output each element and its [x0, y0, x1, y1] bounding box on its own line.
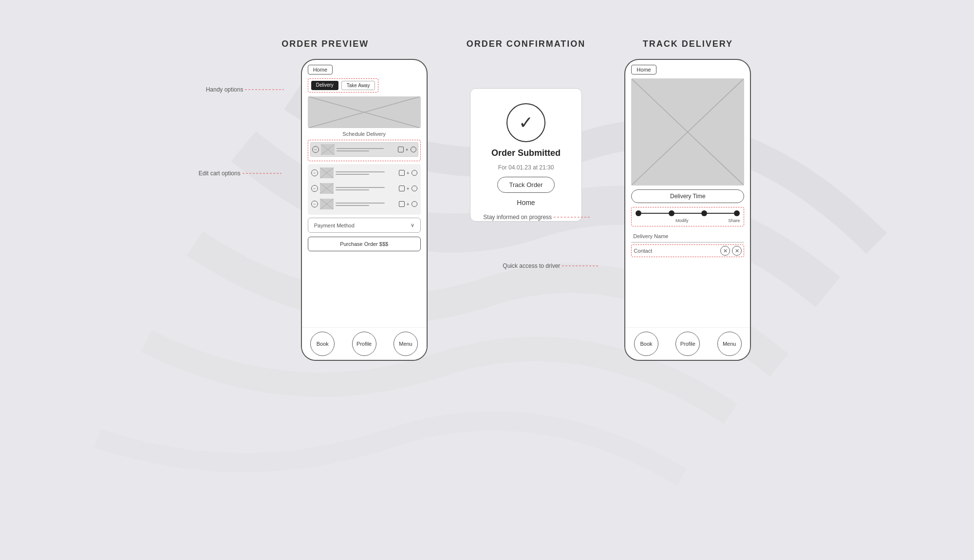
order-confirmation-title: ORDER CONFIRMATION: [467, 39, 586, 49]
confirmation-home-link[interactable]: Home: [517, 199, 535, 206]
cart-item-4[interactable]: −: [310, 197, 419, 211]
track-delivery-phone: Home Delivery Time: [624, 59, 751, 361]
takeaway-tab[interactable]: Take Away: [341, 81, 375, 90]
contact-call-icon[interactable]: ✕: [720, 246, 730, 256]
cart-item-1[interactable]: −: [310, 142, 418, 157]
track-home-btn[interactable]: Home: [631, 65, 656, 75]
edit-cart-annotation: Edit cart options: [199, 170, 286, 177]
confirmation-checkmark: ✓: [506, 103, 545, 142]
order-preview-phone: Home Delivery Take Away Schedu: [301, 59, 428, 361]
cart-more-items: −: [308, 164, 421, 215]
cart-line-1b: [337, 150, 369, 151]
handy-options-annotation: Handy options: [206, 86, 289, 93]
track-order-btn[interactable]: Track Order: [497, 177, 555, 193]
contact-field-wrapper: Contact ✕ ✕: [631, 244, 744, 257]
delivery-time-btn[interactable]: Delivery Time: [631, 189, 744, 203]
purchase-order-btn[interactable]: Purchase Order $$$: [308, 237, 421, 251]
cart-controls-1: +: [398, 147, 416, 152]
track-profile-btn[interactable]: Profile: [675, 332, 700, 356]
track-book-btn[interactable]: Book: [634, 332, 658, 356]
progress-line-1: [641, 213, 668, 214]
order-preview-title: ORDER PREVIEW: [281, 39, 369, 49]
order-submitted-text: Order Submitted: [491, 148, 561, 158]
contact-icons: ✕ ✕: [720, 246, 742, 256]
contact-message-icon[interactable]: ✕: [732, 246, 742, 256]
progress-line-2: [674, 213, 701, 214]
track-menu-btn[interactable]: Menu: [717, 332, 742, 356]
cart-img-1: [321, 144, 335, 155]
confirmation-card: ✓ Order Submitted For 04.01.23 at 21:30 …: [470, 88, 582, 222]
cart-circle-1: [411, 147, 416, 152]
delivery-tab[interactable]: Delivery: [311, 81, 338, 90]
order-confirmation-section: ORDER CONFIRMATION ✓ Order Submitted For…: [467, 39, 586, 222]
payment-method-dropdown[interactable]: Payment Method ∨: [308, 218, 421, 233]
schedule-delivery-label: Schedule Delivery: [308, 131, 421, 137]
cart-minus-2[interactable]: −: [311, 169, 318, 176]
cart-minus-1[interactable]: −: [312, 146, 319, 153]
cart-section: −: [308, 140, 421, 161]
order-preview-section: ORDER PREVIEW Handy options Edit cart op…: [223, 39, 428, 361]
progress-line-3: [707, 213, 734, 214]
delivery-name-field[interactable]: Delivery Name: [631, 230, 744, 243]
cart-item-3[interactable]: −: [310, 182, 419, 195]
order-preview-book-btn[interactable]: Book: [310, 332, 335, 356]
track-delivery-bottom-nav: Book Profile Menu: [625, 327, 750, 360]
stay-informed-annotation: Stay informed on progress: [483, 214, 595, 221]
cart-line-1a: [337, 148, 384, 149]
track-map-placeholder: [631, 78, 744, 186]
order-preview-bottom-nav: Book Profile Menu: [302, 327, 427, 360]
progress-label-modify: Modify: [675, 218, 689, 223]
track-delivery-section: TRACK DELIVERY Stay informed on progress…: [624, 39, 751, 361]
progress-dot-1: [636, 210, 641, 216]
track-delivery-title: TRACK DELIVERY: [643, 39, 733, 49]
cart-square-1: [398, 147, 404, 152]
cart-item-2[interactable]: −: [310, 166, 419, 180]
cart-img-2: [320, 168, 334, 178]
contact-field[interactable]: Contact: [634, 248, 720, 254]
progress-dot-2: [669, 210, 674, 216]
order-preview-menu-btn[interactable]: Menu: [393, 332, 418, 356]
chevron-down-icon: ∨: [411, 222, 414, 228]
delivery-tabs: Delivery Take Away: [308, 78, 379, 93]
progress-dot-3: [701, 210, 707, 216]
progress-label-share: Share: [728, 218, 740, 223]
progress-dot-4: [734, 210, 740, 216]
cart-plus-1[interactable]: +: [406, 147, 409, 152]
order-date-text: For 04.01.23 at 21:30: [498, 164, 554, 171]
order-preview-home-btn[interactable]: Home: [308, 65, 333, 75]
preview-image-placeholder: [308, 96, 421, 128]
progress-tracker: Modify Share: [631, 207, 744, 226]
quick-access-annotation: Quick access to driver: [503, 262, 603, 269]
order-preview-profile-btn[interactable]: Profile: [352, 332, 376, 356]
